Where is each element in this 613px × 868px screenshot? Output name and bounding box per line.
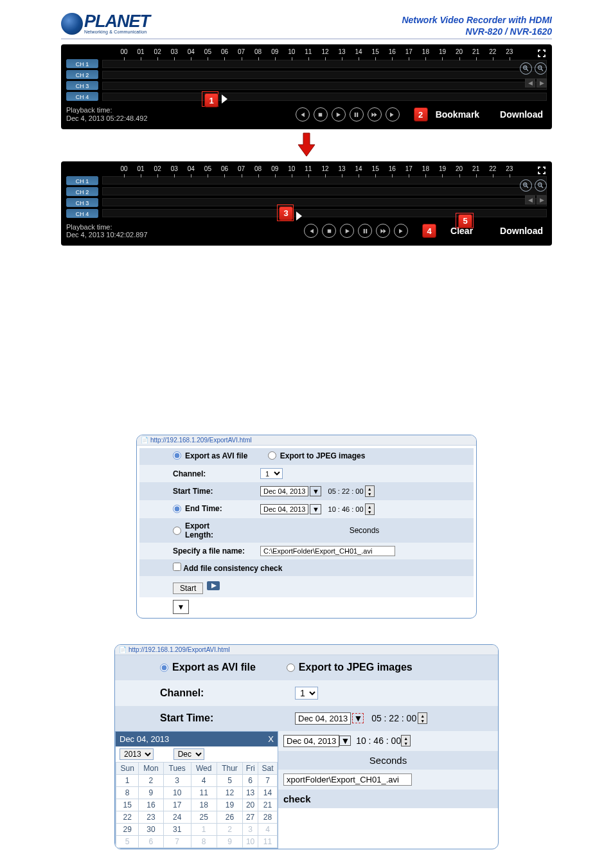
start-button[interactable]: Start (173, 583, 203, 594)
channel-label[interactable]: CH 1 (66, 59, 98, 68)
cal-day[interactable]: 7 (163, 835, 191, 847)
cal-day[interactable]: 13 (243, 786, 258, 799)
cal-day[interactable]: 6 (243, 774, 258, 786)
cal-day[interactable]: 28 (258, 811, 277, 823)
skip-back-button[interactable] (296, 107, 310, 122)
time-spinner[interactable]: ▲▼ (365, 503, 375, 515)
cal-day[interactable]: 19 (217, 799, 243, 811)
cal-day[interactable]: 12 (217, 786, 243, 799)
expand-icon[interactable] (537, 48, 547, 59)
cal-day[interactable]: 9 (139, 786, 163, 799)
channel-label[interactable]: CH 3 (66, 81, 98, 90)
cal-day[interactable]: 9 (217, 835, 243, 847)
fast-forward-button[interactable] (368, 107, 382, 122)
export-jpeg-radio[interactable]: Export to JPEG images (268, 451, 366, 460)
cal-day[interactable]: 23 (139, 811, 163, 823)
calendar-month-select[interactable]: Dec (173, 748, 204, 760)
cal-day[interactable]: 29 (116, 823, 139, 835)
cal-day[interactable]: 6 (139, 835, 163, 847)
end-date-field[interactable]: Dec 04, 2013 (283, 735, 339, 747)
cal-day[interactable]: 31 (163, 823, 191, 835)
filename-input[interactable] (283, 773, 412, 786)
dropdown-icon[interactable]: ▼ (173, 600, 189, 614)
channel-label[interactable]: CH 1 (66, 176, 98, 185)
download-button[interactable]: Download (496, 109, 547, 120)
channel-label[interactable]: CH 3 (66, 198, 98, 207)
pause-button[interactable] (350, 107, 364, 122)
channel-select[interactable]: 1 (260, 468, 283, 479)
cal-day[interactable]: 17 (163, 799, 191, 811)
cal-day[interactable]: 8 (191, 835, 217, 847)
expand-icon[interactable] (537, 165, 547, 176)
calendar-close-icon[interactable]: X (268, 734, 274, 744)
channel-bar[interactable] (102, 187, 547, 195)
filename-input[interactable] (260, 546, 395, 556)
cal-day[interactable]: 14 (258, 786, 277, 799)
cal-day[interactable]: 5 (116, 835, 139, 847)
cal-day[interactable]: 10 (243, 835, 258, 847)
calendar-icon[interactable]: ▼ (339, 736, 351, 746)
scroll-left-button[interactable]: ◀ (525, 78, 535, 87)
channel-bar[interactable] (102, 71, 547, 79)
stop-button[interactable] (322, 224, 336, 238)
start-time-value[interactable]: 05 : 22 : 00 (328, 487, 364, 495)
export-jpeg-radio[interactable]: Export to JPEG images (287, 662, 413, 673)
channel-label[interactable]: CH 2 (66, 187, 98, 196)
channel-bar[interactable] (102, 176, 547, 185)
cal-day[interactable]: 2 (217, 823, 243, 835)
zoom-in-icon[interactable] (520, 179, 532, 192)
stop-button[interactable] (314, 107, 328, 122)
cal-day[interactable]: 2 (139, 774, 163, 786)
start-time-value[interactable]: 05 : 22 : 00 (371, 713, 416, 723)
cal-day[interactable]: 11 (258, 835, 277, 847)
start-date-field[interactable]: Dec 04, 2013 (295, 712, 351, 725)
cal-day[interactable]: 24 (163, 811, 191, 823)
pause-button[interactable] (358, 224, 372, 238)
channel-bar[interactable] (102, 93, 547, 101)
channel-label[interactable]: CH 4 (66, 92, 98, 101)
channel-label[interactable]: CH 4 (66, 209, 98, 218)
time-spinner[interactable]: ▲▼ (365, 485, 375, 497)
bookmark-button[interactable]: Bookmark (432, 109, 483, 120)
time-spinner[interactable]: ▲▼ (401, 735, 411, 746)
timeline-playhead-icon[interactable] (222, 95, 227, 104)
cal-day[interactable]: 27 (243, 811, 258, 823)
export-length-radio[interactable]: Export Length: (173, 521, 232, 539)
channel-bar[interactable] (102, 198, 547, 206)
zoom-in-icon[interactable] (520, 62, 532, 75)
cal-day[interactable]: 7 (258, 774, 277, 786)
start-date-field[interactable]: Dec 04, 2013 (260, 486, 308, 496)
cal-day[interactable]: 1 (191, 823, 217, 835)
cal-day[interactable]: 5 (217, 774, 243, 786)
cal-day[interactable]: 26 (217, 811, 243, 823)
cal-day[interactable]: 4 (258, 823, 277, 835)
cal-day[interactable]: 18 (191, 799, 217, 811)
cal-day[interactable]: 10 (163, 786, 191, 799)
channel-label[interactable]: CH 2 (66, 70, 98, 79)
calendar-icon[interactable]: ▼ (310, 504, 321, 514)
fast-forward-button[interactable] (376, 224, 390, 238)
scroll-right-button[interactable]: ▶ (537, 78, 547, 87)
export-avi-radio[interactable]: Export as AVI file (173, 451, 247, 460)
cal-day[interactable]: 8 (116, 786, 139, 799)
zoom-out-icon[interactable] (535, 179, 547, 192)
channel-bar[interactable] (102, 60, 547, 68)
calendar-icon[interactable]: ▼ (310, 486, 321, 496)
cal-day[interactable]: 3 (163, 774, 191, 786)
cal-day[interactable]: 22 (116, 811, 139, 823)
cal-day[interactable]: 3 (243, 823, 258, 835)
scroll-left-button[interactable]: ◀ (525, 195, 535, 204)
cal-day[interactable]: 15 (116, 799, 139, 811)
zoom-out-icon[interactable] (535, 62, 547, 75)
end-time-value[interactable]: 10 : 46 : 00 (328, 505, 364, 513)
skip-forward-button[interactable] (386, 107, 400, 122)
end-time-value[interactable]: 10 : 46 : 00 (356, 736, 401, 746)
cal-day[interactable]: 4 (191, 774, 217, 786)
play-button[interactable] (332, 107, 346, 122)
timeline-playhead-icon[interactable] (296, 212, 302, 221)
channel-bar[interactable] (102, 82, 547, 90)
export-avi-radio[interactable]: Export as AVI file (160, 662, 256, 673)
skip-forward-button[interactable] (394, 224, 408, 238)
date-picker-calendar[interactable]: Dec 04, 2013 X 2013 Dec SunMonTuesWedThu… (115, 731, 278, 849)
end-time-radio[interactable]: End Time: (173, 504, 222, 513)
